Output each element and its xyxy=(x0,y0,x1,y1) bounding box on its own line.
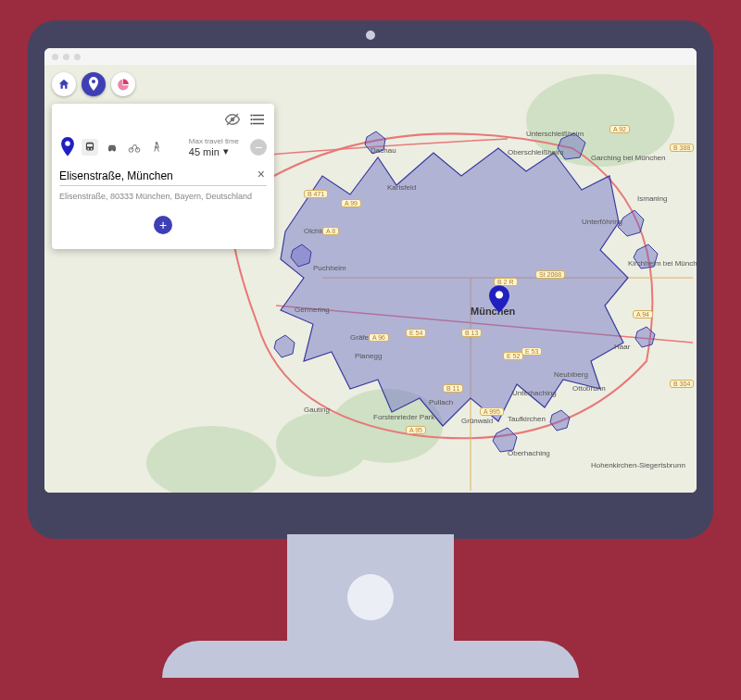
road-badge: B 388 xyxy=(670,144,694,152)
road-badge: E 54 xyxy=(406,329,426,337)
place-label: Haar xyxy=(614,343,630,351)
window-dot xyxy=(52,54,58,60)
pin-icon xyxy=(87,77,100,92)
window-dot xyxy=(63,54,69,60)
car-icon xyxy=(106,141,119,154)
svg-point-11 xyxy=(250,119,252,120)
place-label: Neubiberg xyxy=(554,370,588,379)
svg-point-6 xyxy=(496,291,503,298)
place-label: Unterföhring xyxy=(582,218,622,226)
controls-row: Max travel time 45 min▾ − xyxy=(59,137,267,157)
svg-point-12 xyxy=(250,122,252,124)
visibility-off-icon[interactable] xyxy=(224,111,241,131)
bike-icon xyxy=(128,141,141,154)
mode-car[interactable] xyxy=(104,139,120,156)
monitor-frame: München DachauOberschleißheimUnterschlei… xyxy=(28,20,713,680)
place-label: Pullach xyxy=(429,398,453,406)
top-nav xyxy=(52,72,135,96)
svg-point-3 xyxy=(276,412,369,477)
svg-point-7 xyxy=(92,80,95,83)
piechart-icon xyxy=(117,78,130,91)
origin-pin-icon xyxy=(59,137,76,157)
travel-time-label: Max travel time xyxy=(189,137,239,145)
mode-bike[interactable] xyxy=(126,139,143,156)
add-origin-button[interactable]: + xyxy=(154,216,172,234)
mode-walk[interactable] xyxy=(148,139,165,156)
place-label: Unterhaching xyxy=(512,389,557,397)
clear-input-button[interactable]: × xyxy=(257,167,265,181)
place-label: Hohenkirchen-Siegertsbrunn xyxy=(591,461,685,469)
monitor-bezel: München DachauOberschleißheimUnterschlei… xyxy=(28,20,713,539)
place-label: Karlsfeld xyxy=(387,183,416,192)
home-icon xyxy=(57,78,70,91)
road-badge: A 92 xyxy=(609,125,630,133)
place-label: Puchheim xyxy=(313,264,346,272)
train-icon xyxy=(83,141,96,154)
list-icon[interactable] xyxy=(250,111,267,131)
road-badge: B 13 xyxy=(461,329,482,337)
camera-icon xyxy=(360,25,381,45)
place-label: Unterschleißheim xyxy=(526,130,584,138)
place-label: Ottobrunn xyxy=(572,384,606,393)
svg-rect-15 xyxy=(87,144,93,147)
road-badge: E 52 xyxy=(503,352,523,360)
road-badge: A 99 xyxy=(341,199,361,207)
home-button[interactable] xyxy=(52,72,76,96)
road-badge: A 96 xyxy=(369,333,389,342)
place-label: Kirchheim bei München xyxy=(628,259,697,268)
road-badge: B 471 xyxy=(304,190,328,198)
monitor-home-button xyxy=(347,574,394,620)
place-label: Taufkirchen xyxy=(508,415,546,423)
road-badge: B 11 xyxy=(443,384,463,393)
road-badge: St 2088 xyxy=(535,270,565,279)
screen: München DachauOberschleißheimUnterschlei… xyxy=(44,48,697,493)
search-field-row: × xyxy=(59,165,267,186)
place-label: Ismaning xyxy=(637,194,667,203)
road-badge: A 995 xyxy=(480,407,504,416)
place-label: Germering xyxy=(295,306,330,314)
place-label: Grünwald xyxy=(461,417,493,425)
svg-point-16 xyxy=(87,148,89,150)
travel-time-value: 45 min xyxy=(189,146,220,157)
chart-button[interactable] xyxy=(111,72,135,96)
app-content: München DachauOberschleißheimUnterschlei… xyxy=(44,65,697,493)
window-dot xyxy=(74,54,81,60)
location-button[interactable] xyxy=(82,72,106,96)
travel-time-select[interactable]: Max travel time 45 min▾ xyxy=(189,137,239,157)
window-titlebar xyxy=(44,48,697,65)
walk-icon xyxy=(150,141,163,154)
map-marker-icon[interactable] xyxy=(489,285,509,317)
road-badge: E 53 xyxy=(521,347,542,356)
chevron-down-icon: ▾ xyxy=(223,145,229,157)
svg-point-17 xyxy=(91,148,93,150)
search-panel: Max travel time 45 min▾ − × Elisenstraße… xyxy=(52,104,274,249)
svg-point-18 xyxy=(109,150,111,152)
place-label: Planegg xyxy=(355,352,382,360)
road-badge: A 8 xyxy=(322,227,339,235)
place-label: Dachau xyxy=(370,146,396,155)
road-badge: A 95 xyxy=(406,426,426,434)
svg-point-13 xyxy=(65,141,70,146)
search-suggestion[interactable]: Elisenstraße, 80333 München, Bayern, Deu… xyxy=(59,190,267,208)
search-input[interactable] xyxy=(59,169,248,182)
mode-train[interactable] xyxy=(82,139,98,156)
place-label: Garching bei München xyxy=(591,154,666,162)
svg-point-19 xyxy=(113,150,115,152)
svg-point-10 xyxy=(250,114,252,116)
place-label: Gauting xyxy=(304,406,330,414)
place-label: Oberhaching xyxy=(508,449,550,457)
remove-origin-button[interactable]: − xyxy=(250,139,267,156)
road-badge: B 304 xyxy=(670,380,694,388)
place-label: Forstenrieder Park xyxy=(373,413,434,421)
place-label: Oberschleißheim xyxy=(508,148,563,156)
monitor-base xyxy=(162,641,579,678)
road-badge: A 94 xyxy=(633,310,653,319)
